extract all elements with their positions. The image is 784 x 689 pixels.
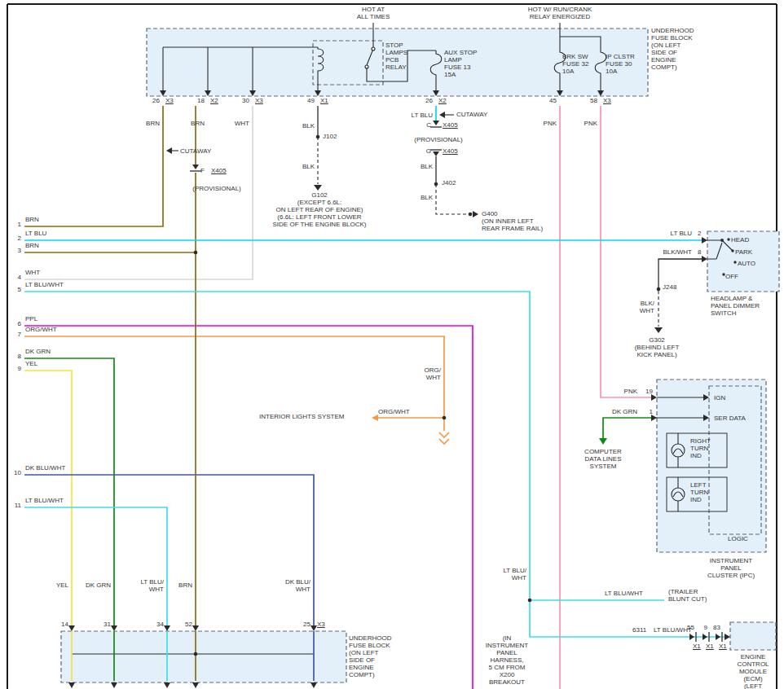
- black-dashed-wires: [318, 137, 658, 327]
- pin-arrow: [164, 625, 170, 631]
- glyph-layer: [68, 90, 737, 688]
- pin-arrow: [68, 625, 75, 631]
- wire-blkwht-pin8-to-j248: [658, 259, 702, 287]
- connector-g-x405-symbol: [433, 151, 439, 156]
- black-wires: [318, 106, 702, 287]
- bottom-underhood-fuse-block-box: [61, 631, 346, 682]
- pin-arrow: [702, 256, 707, 262]
- relay-switch-pivot: [372, 47, 375, 50]
- wire-org-wht: [24, 336, 449, 444]
- wire-lt-blu-wht: [24, 292, 725, 681]
- splice-j102-dot: [316, 135, 320, 139]
- pin-arrow: [651, 415, 657, 421]
- wire-wht: [24, 106, 253, 279]
- junction-dot: [194, 251, 198, 255]
- cutaway-arrows: [166, 112, 454, 154]
- wire-blk-j402-to-g400: [436, 184, 469, 214]
- ground-symbols: [314, 185, 663, 333]
- connector-c-x405-symbol: [433, 121, 439, 125]
- pin-arrow: [192, 625, 199, 631]
- junction-dot: [469, 213, 473, 217]
- pin-arrow: [651, 394, 657, 401]
- wire-brn: [24, 106, 196, 681]
- interior-lights-arrow: [372, 415, 378, 421]
- headlamp-contact-auto: [733, 261, 736, 263]
- connector-x1-symbol: [703, 634, 707, 640]
- ground-g102-symbol: [314, 185, 322, 191]
- inline-connectors: [190, 121, 722, 642]
- computer-data-arrow: [599, 438, 607, 445]
- diagram-canvas: [0, 0, 784, 689]
- pin-arrow: [192, 682, 199, 688]
- component-boxes: [61, 29, 779, 682]
- headlamp-contact-head: [727, 238, 729, 240]
- junction-dot: [194, 652, 198, 656]
- connector-f-x405-symbol: [192, 165, 199, 169]
- pin-arrow: [702, 237, 707, 244]
- headlamp-contact-park: [731, 249, 733, 252]
- splice-j248-dot: [657, 287, 661, 292]
- colored-wires: [24, 106, 725, 689]
- ecm-box: [730, 622, 776, 650]
- internal-wiring: [72, 23, 733, 654]
- connector-x1-symbol: [716, 634, 720, 640]
- pin-arrow: [164, 682, 170, 688]
- connector-x1-symbol: [689, 634, 694, 640]
- pin-arrow: [111, 625, 117, 631]
- border-lines: [7, 4, 777, 689]
- ground-g302-symbol: [654, 327, 663, 333]
- top-underhood-fuse-block-box: [147, 29, 648, 96]
- headlamp-pivot-dot: [720, 239, 724, 242]
- cutaway-right-arrow: [439, 112, 445, 118]
- splice-dots: [194, 135, 737, 656]
- page-border: [7, 4, 777, 689]
- pin-arrow: [311, 682, 317, 688]
- ground-g400-symbol: [473, 211, 478, 217]
- splice-j402-dot: [434, 182, 438, 187]
- wire-pnk: [560, 106, 651, 689]
- pin-arrow: [111, 682, 117, 688]
- wiring-diagram-page: HOT AT ALL TIMESHOT W/ RUN/CRANK RELAY E…: [0, 0, 784, 689]
- cutaway-left-arrow: [166, 147, 172, 154]
- junction-dot: [443, 416, 447, 420]
- pin-arrow: [311, 625, 317, 631]
- pin-arrow: [68, 682, 75, 688]
- instrument-panel-cluster-box: [657, 380, 766, 552]
- junction-dot: [528, 599, 532, 603]
- relay-switch-contact: [365, 65, 368, 68]
- pin-arrow: [725, 634, 730, 640]
- headlamp-contact-off: [722, 273, 725, 275]
